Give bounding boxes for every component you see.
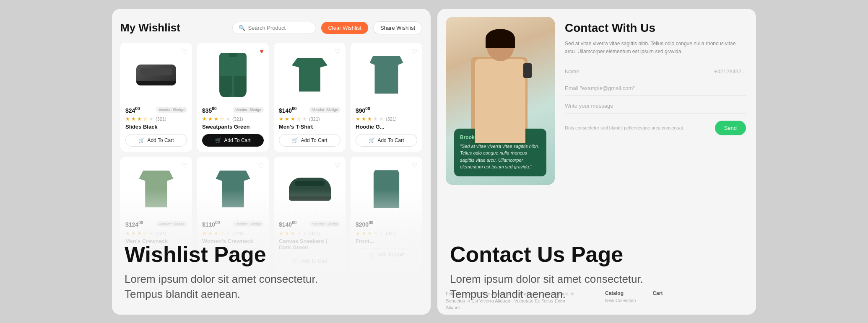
vendor-badge: Vendor: Sledge [156,221,187,227]
submit-row: Duis consectetur sed blandit pellentesqu… [565,121,746,135]
add-to-cart-button[interactable]: 🛒 Add To Cart [125,134,187,147]
product-image [202,162,264,216]
star-empty: ★ [379,116,384,122]
review-count: (321) [309,116,320,121]
product-price-row: $3500 Vendor: Sledge [202,106,264,114]
star-filled: ★ [356,116,360,122]
vendor-badge: Vendor: Sledge [309,107,340,113]
star-filled: ★ [131,116,136,122]
product-price-row: $14000 Vendor: Sledge [279,106,340,114]
stars-row: ★★★☆★ (321) [279,116,340,122]
vendor-badge: Vendor: Sledge [156,107,187,113]
product-card: ♡ $9000 ★★★★★ (321) Hoodie G... 🛒 Add To… [351,43,422,152]
message-label: Write your message [565,103,613,109]
product-image [125,48,187,102]
star-half: ☆ [296,116,301,122]
star-half: ☆ [143,116,148,122]
wishlist-heart-button[interactable]: ♡ [411,162,417,170]
cart-icon: 🛒 [369,137,375,143]
wishlist-overlay-subtext: Lorem ipsum dolor sit amet consectetur.T… [125,271,418,302]
wishlist-panel: My Wishlist 🔍 Clear Wishlist Share Wishl… [112,9,431,315]
star-filled: ★ [361,116,366,122]
contact-description: Sed at vitae viverra vitae sagittis nibh… [565,40,746,56]
vendor-badge: Vendor: Sledge [233,221,264,227]
contact-overlay-heading: Contact Us Page [450,243,743,266]
star-filled: ★ [125,116,130,122]
review-count: (321) [232,116,243,121]
product-name: Sweatpants Green [202,124,264,130]
wishlist-overlay-text: Wishlist Page Lorem ipsum dolor sit amet… [112,230,431,315]
product-price-row: $9000 [356,106,417,114]
contact-title: Contact With Us [565,21,746,35]
product-image [279,162,340,216]
product-price: $12400 [125,220,143,228]
product-image [356,48,417,102]
wishlist-heart-button[interactable]: ♡ [258,162,264,170]
wishlist-heart-button[interactable]: ♡ [181,48,187,56]
contact-panel: Brooklyn Simmons "Sed at vitae viverra v… [437,9,756,315]
name-label: Name [565,68,580,75]
product-price-row: $14000 Vendor: Sledge [279,220,340,228]
cart-icon: 🛒 [292,137,298,143]
star-empty: ★ [302,116,307,122]
star-filled: ★ [285,116,289,122]
product-price: $11000 [202,220,220,228]
wishlist-overlay-heading: Wishlist Page [125,243,418,266]
star-empty: ★ [226,116,230,122]
product-image [202,48,264,102]
stars-row: ★★★★★ (321) [356,116,417,122]
email-field[interactable]: Email "example@gmail.com" [565,81,746,96]
product-name: Men's T-Shirt [279,124,340,130]
name-field[interactable]: Name +42128492... [565,64,746,79]
search-input[interactable] [248,25,310,31]
review-count: (321) [156,116,166,121]
clear-wishlist-button[interactable]: Clear Wishlist [321,22,368,34]
search-box[interactable]: 🔍 [232,22,316,34]
add-to-cart-button[interactable]: 🛒 Add To Cart [279,134,340,147]
contact-photo: Brooklyn Simmons "Sed at vitae viverra v… [446,17,555,185]
share-wishlist-button[interactable]: Share Wishlist [373,21,422,34]
wishlist-title: My Wishlist [120,21,180,34]
product-image [279,48,340,102]
product-price: $20000 [356,220,373,228]
product-name: Slides Black [125,124,187,130]
star-half: ☆ [220,116,224,122]
product-price: $9000 [356,106,370,114]
product-price-row: $12400 Vendor: Sledge [125,220,187,228]
contact-overlay-text: Contact Us Page Lorem ipsum dolor sit am… [437,230,756,315]
vendor-badge: Vendor: Sledge [309,221,340,227]
product-card: ♡ $2400 Vendor: Sledge ★★★☆★ (321) Slide… [120,43,192,152]
star-filled: ★ [291,116,295,122]
star-filled: ★ [214,116,218,122]
product-price: $14000 [279,106,296,114]
send-button[interactable]: Send [715,121,746,135]
add-to-cart-button[interactable]: 🛒 Add To Cart [202,134,264,147]
product-card: ♥ $3500 Vendor: Sledge ★★★☆★ (321) Sweat… [197,43,269,152]
star-empty: ★ [373,116,378,122]
cart-icon: 🛒 [138,137,145,143]
add-to-cart-button[interactable]: 🛒 Add To Cart [356,134,417,147]
contact-overlay-subtext: Lorem ipsum dolor sit amet consectetur.T… [450,271,743,302]
product-price: $14000 [279,220,296,228]
star-filled: ★ [137,116,142,122]
product-price: $3500 [202,106,216,114]
product-name: Hoodie G... [356,124,417,130]
star-filled: ★ [208,116,213,122]
wishlist-heart-button[interactable]: ♡ [181,162,187,170]
product-image [356,162,417,216]
star-filled: ★ [279,116,283,122]
submit-description: Duis consectetur sed blandit pellentesqu… [565,124,710,132]
search-icon: 🔍 [239,25,245,31]
message-field[interactable]: Write your message [565,98,746,114]
wishlist-heart-button[interactable]: ♡ [335,48,340,56]
stars-row: ★★★☆★ (321) [125,116,187,122]
wishlist-heart-button[interactable]: ♡ [411,48,417,56]
star-filled: ★ [367,116,372,122]
wishlist-header: My Wishlist 🔍 Clear Wishlist Share Wishl… [120,21,422,34]
wishlist-heart-button[interactable]: ♥ [260,48,264,55]
vendor-badge: Vendor: Sledge [233,107,264,113]
wishlist-heart-button[interactable]: ♡ [335,162,340,170]
product-image [125,162,187,216]
email-label: Email "example@gmail.com" [565,85,635,91]
product-price: $2400 [125,106,140,114]
